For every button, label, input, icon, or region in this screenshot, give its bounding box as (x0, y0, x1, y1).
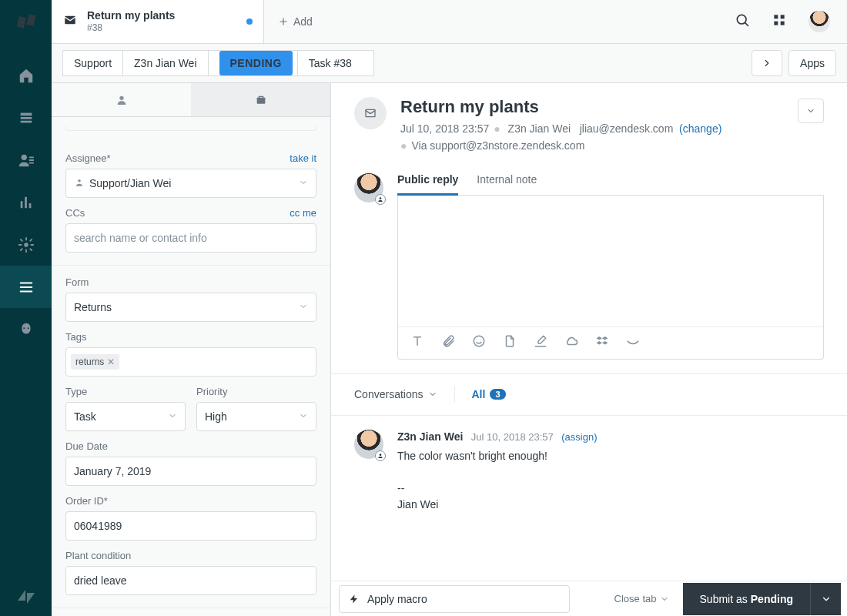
cloud-icon[interactable] (564, 334, 578, 351)
text-format-icon[interactable] (410, 334, 424, 351)
profile-avatar[interactable] (808, 11, 830, 32)
message-author: Z3n Jian Wei (397, 430, 463, 443)
change-requester-link[interactable]: (change) (679, 122, 721, 135)
tag-chip: returns ✕ (71, 354, 119, 370)
take-it-link[interactable]: take it (290, 152, 316, 164)
plant-condition-input[interactable] (74, 574, 308, 587)
apps-grid-icon[interactable] (772, 12, 787, 31)
ticket-meta: Jul 10, 2018 23:57● Z3n Jian Wei jliau@z… (400, 120, 721, 155)
svg-point-13 (119, 95, 123, 99)
svg-point-15 (78, 179, 81, 182)
ticket-actions-dropdown[interactable] (798, 99, 824, 123)
nav-views[interactable] (0, 96, 52, 139)
attachment-icon[interactable] (441, 334, 455, 351)
submit-button[interactable]: Submit as Pending (683, 583, 810, 615)
tags-input[interactable]: returns ✕ (65, 347, 316, 377)
svg-rect-9 (774, 15, 778, 18)
topbar: Return my plants #38 Add (52, 0, 847, 44)
tags-label: Tags (65, 331, 86, 343)
svg-point-6 (27, 327, 28, 329)
emoji-icon[interactable] (472, 334, 486, 351)
type-label: Type (65, 386, 87, 397)
box-icon[interactable] (626, 334, 640, 351)
chevron-down-icon (168, 410, 177, 423)
next-ticket-button[interactable] (752, 50, 782, 76)
product-logo[interactable] (11, 7, 41, 37)
type-select[interactable]: Task (65, 402, 186, 431)
ticket-footer: Apply macro Close tab Submit as Pending (331, 581, 847, 616)
file-icon[interactable] (503, 334, 517, 351)
person-icon (74, 177, 85, 190)
svg-point-21 (380, 454, 382, 456)
count-badge: 3 (490, 389, 505, 400)
internal-note-tab[interactable]: Internal note (477, 173, 537, 195)
filter-all[interactable]: All 3 (472, 388, 506, 400)
nav-reporting[interactable] (0, 181, 52, 223)
channel-mail-icon (354, 97, 387, 129)
assignee-select[interactable]: Support/Jian Wei (65, 169, 316, 198)
ticket-properties-sidebar: Assignee* take it Support/Jian Wei CCs c… (52, 83, 331, 616)
nav-item-active[interactable] (0, 266, 52, 308)
nav-home[interactable] (0, 54, 52, 96)
nav-item-bottom[interactable] (0, 308, 52, 350)
cc-me-link[interactable]: cc me (290, 207, 316, 219)
breadcrumb-segments: Support Z3n Jian Wei PENDING Task #38 (62, 50, 374, 76)
unsaved-indicator (246, 18, 253, 25)
sidebar-tab-user[interactable] (52, 83, 191, 116)
svg-point-8 (737, 15, 746, 24)
ticket-header: Return my plants Jul 10, 2018 23:57● Z3n… (331, 83, 847, 166)
svg-rect-0 (16, 16, 25, 28)
dropbox-icon[interactable] (595, 334, 609, 351)
tag-remove-icon[interactable]: ✕ (107, 357, 115, 367)
search-icon[interactable] (735, 12, 750, 31)
svg-rect-1 (26, 14, 35, 26)
ticket-title: Return my plants (400, 97, 721, 117)
ccs-input-wrapper (65, 223, 316, 253)
user-badge-icon (375, 450, 386, 461)
assignee-label: Assignee* (65, 152, 111, 164)
conversation-pane: Return my plants Jul 10, 2018 23:57● Z3n… (331, 83, 847, 616)
nav-rail (0, 0, 52, 616)
breadcrumb-requester[interactable]: Z3n Jian Wei (122, 51, 207, 75)
chevron-down-icon (299, 410, 308, 423)
svg-rect-14 (256, 97, 265, 103)
close-tab-button[interactable]: Close tab (614, 593, 669, 604)
zendesk-logo-icon[interactable] (0, 587, 52, 607)
svg-rect-11 (774, 22, 778, 25)
nav-admin[interactable] (0, 223, 52, 266)
nav-customers[interactable] (0, 139, 52, 181)
conversation-filter: Conversations All 3 (331, 374, 847, 416)
ticket-tab-active[interactable]: Return my plants #38 (52, 0, 264, 43)
add-tab-label: Add (293, 15, 313, 28)
sidebar-tab-ticket[interactable] (191, 83, 330, 116)
requester-avatar (354, 430, 383, 459)
apps-panel-button[interactable]: Apps (788, 50, 836, 76)
breadcrumb-support[interactable]: Support (63, 51, 122, 75)
public-reply-tab[interactable]: Public reply (397, 173, 458, 196)
reply-textarea[interactable] (398, 196, 823, 326)
order-id-input[interactable] (74, 520, 308, 532)
breadcrumb-task[interactable]: PENDING Task #38 (208, 51, 373, 75)
priority-select[interactable]: High (196, 402, 316, 431)
tab-title: Return my plants (87, 9, 175, 22)
chevron-down-icon (299, 301, 308, 313)
link-insert-icon[interactable] (534, 334, 547, 351)
due-date-label: Due Date (65, 440, 108, 452)
submit-dropdown[interactable] (810, 583, 841, 615)
message-text: The color wasn't bright enough! -- Jian … (397, 448, 597, 513)
svg-point-5 (23, 327, 25, 329)
add-tab-button[interactable]: Add (264, 0, 326, 43)
svg-point-18 (474, 336, 484, 347)
reply-toolbar (398, 326, 823, 359)
due-date-input[interactable] (74, 465, 308, 477)
conversations-dropdown[interactable]: Conversations (354, 388, 437, 400)
svg-point-17 (380, 197, 382, 199)
assign-link[interactable]: (assign) (561, 431, 597, 443)
breadcrumb: Support Z3n Jian Wei PENDING Task #38 Ap… (52, 44, 847, 83)
status-badge: PENDING (219, 51, 293, 75)
svg-point-20 (480, 340, 481, 340)
form-select[interactable]: Returns (65, 293, 316, 322)
mail-icon (62, 13, 78, 30)
ccs-input[interactable] (74, 232, 308, 244)
apply-macro-button[interactable]: Apply macro (339, 585, 570, 613)
